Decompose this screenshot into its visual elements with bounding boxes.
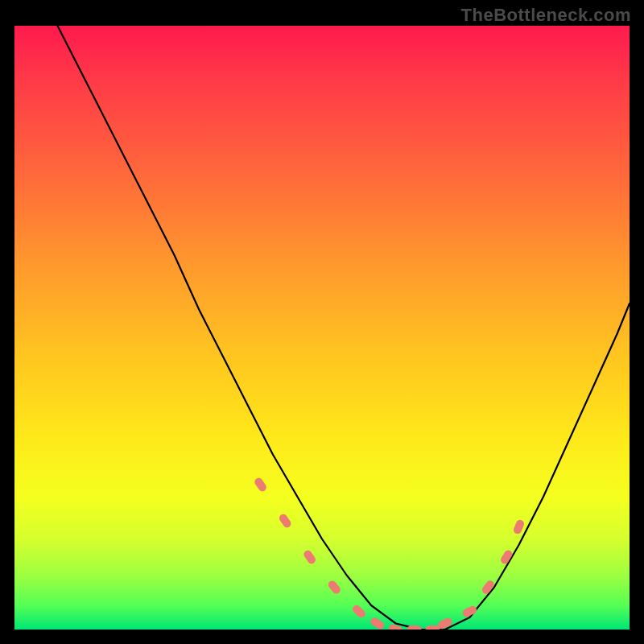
highlight-marker: [351, 604, 367, 620]
highlight-markers: [253, 477, 525, 630]
highlight-marker: [369, 616, 386, 630]
highlight-marker: [253, 477, 267, 493]
curve-svg: [14, 26, 630, 630]
chart-frame: TheBottleneck.com: [0, 0, 644, 644]
highlight-marker: [327, 579, 342, 595]
watermark-text: TheBottleneck.com: [461, 5, 631, 26]
highlight-marker: [407, 625, 422, 630]
highlight-marker: [512, 518, 525, 535]
highlight-marker: [426, 625, 440, 630]
highlight-marker: [303, 549, 317, 566]
plot-area: [14, 26, 630, 630]
highlight-marker: [278, 513, 292, 530]
bottleneck-curve: [58, 26, 630, 630]
